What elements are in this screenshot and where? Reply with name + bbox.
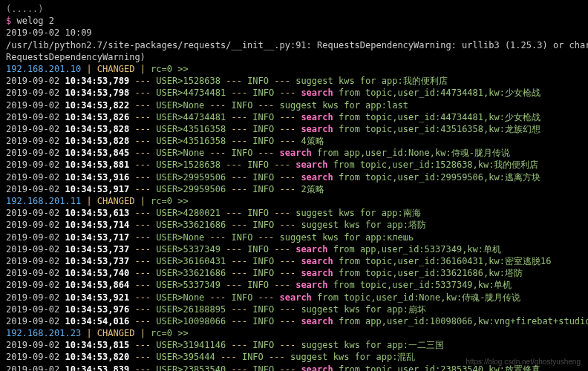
log-message: suggest kws for app:клешь — [280, 232, 414, 243]
log-sep: --- — [252, 232, 279, 243]
log-sep: --- — [226, 244, 247, 255]
log-sep: --- — [129, 364, 156, 371]
log-sep: --- — [210, 292, 232, 303]
log-sep: --- — [274, 256, 301, 266]
search-keyword: search — [295, 244, 327, 255]
log-sep: --- — [226, 256, 252, 266]
search-keyword: search — [301, 88, 333, 98]
log-sep: --- — [269, 160, 295, 170]
log-date: 2019-09-02 — [6, 364, 59, 371]
log-sep: --- — [129, 340, 156, 350]
log-date: 2019-09-02 — [6, 100, 59, 111]
log-sep: --- — [274, 316, 301, 326]
log-date: 2019-09-02 — [6, 160, 59, 170]
log-sep: --- — [226, 280, 247, 290]
log-message: suggest kws for app:last — [280, 100, 408, 111]
log-user: USER>43516358 — [156, 124, 226, 134]
log-row: 2019-09-02 10:34:53,864 --- USER>5337349… — [6, 279, 582, 291]
log-sep: --- — [252, 148, 279, 158]
log-level: INFO — [252, 220, 274, 230]
log-time: 10:34:53,881 — [65, 160, 129, 170]
search-keyword: search — [301, 364, 333, 371]
log-sep: --- — [226, 316, 252, 326]
host-sep: | — [81, 64, 97, 74]
log-sep: --- — [226, 340, 252, 350]
log-level: INFO — [252, 316, 274, 326]
log-user: USER>33621686 — [156, 268, 226, 278]
log-date: 2019-09-02 — [6, 232, 59, 243]
log-message: suggest kws for app:一二三国 — [301, 340, 444, 350]
search-keyword: search — [301, 316, 333, 326]
host-sep: | — [81, 328, 97, 338]
log-user: USER>1528638 — [156, 76, 226, 86]
host-rc: rc=0 >> — [151, 328, 189, 338]
log-level: INFO — [231, 232, 252, 243]
top-fragment-line: (.....) — [6, 3, 582, 15]
log-sep: --- — [129, 232, 156, 243]
log-user: USER>23853540 — [156, 364, 226, 371]
log-message: from topic,user_id:43516358,kw:龙族幻想 — [333, 124, 540, 134]
log-user: USER>5337349 — [156, 244, 226, 255]
search-keyword: search — [301, 256, 333, 266]
host-ip: 192.168.201.11 — [6, 196, 81, 206]
log-sep: --- — [226, 268, 252, 278]
log-level: INFO — [252, 340, 274, 350]
log-level: INFO — [231, 100, 252, 111]
host-header: 192.168.201.23 | CHANGED | rc=0 >> — [6, 327, 582, 339]
log-sep: --- — [129, 292, 156, 303]
prompt-command: welog 2 — [16, 16, 54, 26]
log-sep: --- — [226, 88, 252, 98]
log-user: USER>10098066 — [156, 316, 226, 326]
log-sep: --- — [129, 160, 156, 170]
host-sep: | — [134, 196, 151, 206]
log-message: 4策略 — [301, 136, 324, 146]
search-keyword: search — [295, 280, 327, 290]
log-level: INFO — [252, 184, 274, 194]
host-rc: rc=0 >> — [151, 64, 189, 74]
search-keyword: search — [295, 160, 327, 170]
log-sep: --- — [274, 136, 301, 146]
log-sep: --- — [129, 352, 156, 362]
log-user: USER>None — [156, 292, 209, 303]
log-date: 2019-09-02 — [6, 316, 59, 326]
log-level: INFO — [252, 136, 274, 146]
log-row: 2019-09-02 10:34:53,737 --- USER>5337349… — [6, 243, 582, 255]
log-sep: --- — [252, 292, 279, 303]
log-row: 2019-09-02 10:34:53,798 --- USER>4473448… — [6, 87, 582, 99]
log-level: INFO — [252, 304, 274, 315]
log-sep: --- — [226, 220, 252, 230]
log-sep: --- — [129, 172, 156, 183]
log-date: 2019-09-02 — [6, 244, 59, 255]
log-sep: --- — [226, 76, 247, 86]
host-sep: | — [81, 196, 97, 206]
log-row: 2019-09-02 10:34:54,016 --- USER>1009806… — [6, 315, 582, 327]
log-sep: --- — [226, 124, 252, 134]
log-sep: --- — [274, 172, 301, 183]
log-sep: --- — [129, 184, 156, 194]
host-header: 192.168.201.11 | CHANGED | rc=0 >> — [6, 195, 582, 207]
log-message: from app,user_id:5337349,kw:单机 — [328, 244, 502, 255]
log-sep: --- — [274, 364, 301, 371]
log-sep: --- — [274, 184, 301, 194]
log-user: USER>33621686 — [156, 220, 226, 230]
log-sep: --- — [226, 136, 252, 146]
log-level: INFO — [252, 88, 274, 98]
log-level: INFO — [247, 160, 269, 170]
log-level: INFO — [252, 268, 274, 278]
log-sep: --- — [129, 88, 156, 98]
log-sep: --- — [220, 352, 242, 362]
search-keyword: search — [280, 292, 312, 303]
log-user: USER>29959506 — [156, 172, 226, 183]
terminal-output[interactable]: (.....) $ welog 2 2019-09-02 10:09 /usr/… — [6, 3, 582, 371]
log-time: 10:34:53,828 — [65, 124, 129, 134]
log-sep: --- — [129, 76, 156, 86]
log-time: 10:34:53,737 — [65, 256, 129, 266]
log-level: INFO — [252, 112, 274, 122]
log-message: from topic,user_id:1528638,kw:我的便利店 — [328, 160, 539, 170]
log-time: 10:34:53,976 — [65, 304, 129, 315]
log-date: 2019-09-02 — [6, 148, 59, 158]
log-message: from topic,user_id:33621686,kw:塔防 — [333, 268, 523, 278]
log-date: 2019-09-02 — [6, 352, 59, 362]
log-sep: --- — [129, 316, 156, 326]
host-status: CHANGED — [97, 196, 135, 206]
